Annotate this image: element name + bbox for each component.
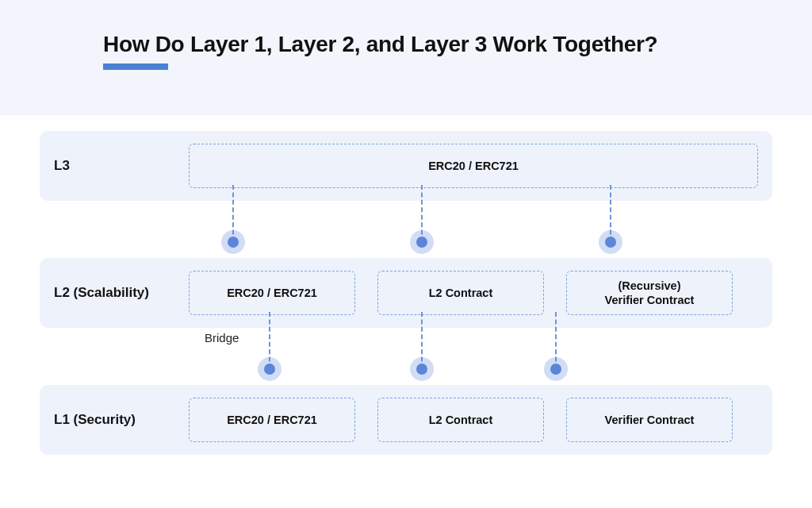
bridge-label: Bridge	[205, 331, 239, 344]
title-underline	[103, 64, 168, 70]
l1-box-verifier: Verifier Contract	[566, 398, 733, 442]
l1-box-l2contract: L2 Contract	[377, 398, 544, 442]
layer-l3-boxes: ERC20 / ERC721	[189, 144, 758, 188]
layer-l1-label: L1 (Security)	[54, 412, 189, 428]
page-title: How Do Layer 1, Layer 2, and Layer 3 Wor…	[103, 32, 764, 57]
l3-box-erc: ERC20 / ERC721	[189, 144, 758, 188]
connector-dot-icon	[416, 237, 427, 248]
connector-dot-icon	[550, 364, 561, 375]
l2-box-erc: ERC20 / ERC721	[189, 271, 355, 315]
layer-l2: L2 (Scalability) ERC20 / ERC721 L2 Contr…	[40, 258, 772, 328]
connector-dot-icon	[605, 237, 616, 248]
l2-box-verifier: (Recursive) Verifier Contract	[566, 271, 733, 315]
layer-l3-label: L3	[54, 158, 189, 174]
connector-dot-icon	[228, 237, 239, 248]
layer-l1-boxes: ERC20 / ERC721 L2 Contract Verifier Cont…	[189, 398, 758, 442]
connector-dot-icon	[416, 364, 427, 375]
l2-box-l2contract: L2 Contract	[377, 271, 544, 315]
layer-l2-label: L2 (Scalability)	[54, 285, 189, 301]
layer-l1: L1 (Security) ERC20 / ERC721 L2 Contract…	[40, 385, 772, 455]
l1-box-erc: ERC20 / ERC721	[189, 398, 355, 442]
connector-dot-icon	[264, 364, 275, 375]
l2-box-verifier-text: (Recursive) Verifier Contract	[605, 279, 695, 307]
diagram-area: L3 ERC20 / ERC721 L2 (Scalability) ERC20…	[0, 115, 812, 455]
layer-l2-boxes: ERC20 / ERC721 L2 Contract (Recursive) V…	[189, 271, 758, 315]
layer-l3: L3 ERC20 / ERC721	[40, 131, 772, 201]
header: How Do Layer 1, Layer 2, and Layer 3 Wor…	[0, 0, 812, 115]
